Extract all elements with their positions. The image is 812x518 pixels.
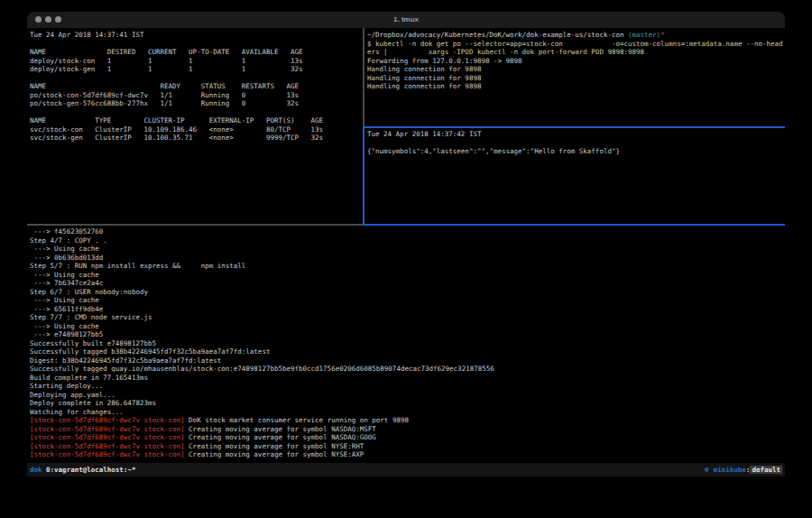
- terminal-line: NAME DESIRED CURRENT UP-TO-DATE AVAILABL…: [30, 48, 362, 57]
- terminal-line: Tue 24 Apr 2018 14:37:42 IST: [367, 130, 784, 139]
- terminal-line: deploy/stock-gen 1 1 1 1 32s: [30, 65, 362, 74]
- terminal-line: {"numsymbols":4,"lastseen":"","message":…: [367, 147, 784, 156]
- terminal-line: [367, 139, 784, 148]
- terminal-line: Handling connection for 9898: [367, 82, 784, 91]
- terminal-line: Handling connection for 9898: [367, 65, 784, 74]
- screen-background: 1. tmux Tue 24 Apr 2018 14:37:41 IST NAM…: [0, 0, 812, 518]
- terminal-line: svc/stock-gen ClusterIP 10.100.35.71 <no…: [30, 134, 362, 143]
- terminal-line: ~/Dropbox/advocacy/Kubernetes/DoK/work/d…: [367, 31, 784, 40]
- terminal-line: ---> f45623052760: [30, 227, 784, 236]
- pane-service-response[interactable]: Tue 24 Apr 2018 14:37:42 IST {"numsymbol…: [367, 130, 784, 223]
- terminal-line: Deploy complete in 286.647823ms: [30, 399, 784, 408]
- pane-kubectl-watch[interactable]: Tue 24 Apr 2018 14:37:41 IST NAME DESIRE…: [30, 31, 362, 223]
- terminal-line: Successfully tagged quay.io/mhausenblas/…: [30, 365, 784, 374]
- terminal-line: Digest: b38b42246945fd7f32c5ba9aea7af7fd…: [30, 356, 784, 365]
- window-title: 1. tmux: [27, 12, 785, 28]
- terminal-line: ---> Using cache: [30, 271, 784, 280]
- terminal-line: ---> Using cache: [30, 322, 784, 331]
- terminal-line: NAME TYPE CLUSTER-IP EXTERNAL-IP PORT(S)…: [30, 116, 362, 125]
- terminal-line: [stock-con-5d7df689cf-dwc7v stock-con] C…: [30, 450, 784, 459]
- pane-port-forward[interactable]: ~/Dropbox/advocacy/Kubernetes/DoK/work/d…: [367, 31, 784, 125]
- tmux-session: Tue 24 Apr 2018 14:37:41 IST NAME DESIRE…: [27, 28, 785, 476]
- terminal-line: deploy/stock-con 1 1 1 1 13s: [30, 57, 362, 66]
- terminal-line: ers | xargs -IPOD kubectl -n dok port-fo…: [367, 48, 784, 57]
- terminal-line: Step 7/7 : CMD node service.js: [30, 313, 784, 322]
- terminal-line: NAME READY STATUS RESTARTS AGE: [30, 82, 362, 91]
- status-right: ☸ minikube : default: [704, 466, 782, 474]
- status-left: dok 0:vagrant@localhost:~*: [30, 466, 135, 474]
- terminal-line: Handling connection for 9898: [367, 74, 784, 83]
- kube-namespace: default: [750, 466, 782, 474]
- pane-divider-vertical-inactive[interactable]: [363, 28, 364, 127]
- window-list-item[interactable]: 0:vagrant@localhost:~*: [42, 466, 136, 474]
- terminal-line: $ kubectl -n dok get po --selector=app=s…: [367, 40, 784, 49]
- terminal-line: Step 5/7 : RUN npm install express && np…: [30, 262, 784, 271]
- terminal-line: Step 4/7 : COPY . .: [30, 236, 784, 245]
- terminal-line: po/stock-con-5d7df689cf-dwc7v 1/1 Runnin…: [30, 91, 362, 100]
- terminal-line: Starting deploy...: [30, 382, 784, 391]
- terminal-line: svc/stock-con ClusterIP 10.109.186.46 <n…: [30, 125, 362, 134]
- pane-divider-horizontal-active-bottom[interactable]: [363, 224, 785, 226]
- terminal-line: Successfully tagged b38b42246945fd7f32c5…: [30, 347, 784, 356]
- terminal-line: Successfully built e74898127bb5: [30, 339, 784, 348]
- terminal-window: 1. tmux Tue 24 Apr 2018 14:37:41 IST NAM…: [27, 12, 785, 476]
- terminal-line: [stock-con-5d7df689cf-dwc7v stock-con] D…: [30, 416, 784, 425]
- terminal-line: [30, 74, 362, 83]
- pane-divider-horizontal-inactive[interactable]: [27, 224, 363, 226]
- window-titlebar[interactable]: 1. tmux: [27, 12, 785, 28]
- terminal-line: Forwarding from 127.0.0.1:9898 -> 9898: [367, 57, 784, 66]
- terminal-line: ---> Using cache: [30, 245, 784, 254]
- pane-skaffold-build-log[interactable]: ---> f45623052760Step 4/7 : COPY . . ---…: [30, 227, 784, 461]
- terminal-line: ---> 0b636bd013dd: [30, 254, 784, 263]
- pane-divider-vertical-active[interactable]: [363, 127, 364, 226]
- terminal-line: Step 6/7 : USER nobody:nobody: [30, 288, 784, 297]
- terminal-line: ---> Using cache: [30, 296, 784, 305]
- terminal-line: ---> e74898127bb5: [30, 330, 784, 339]
- terminal-line: Build complete in 77.165413ms: [30, 374, 784, 383]
- terminal-line: [stock-con-5d7df689cf-dwc7v stock-con] C…: [30, 442, 784, 451]
- pane-divider-horizontal-active-top[interactable]: [363, 126, 785, 128]
- terminal-line: [30, 40, 362, 49]
- terminal-line: Deploying app.yaml...: [30, 391, 784, 400]
- tmux-status-bar: dok 0:vagrant@localhost:~* ☸ minikube : …: [27, 463, 785, 476]
- terminal-line: [30, 108, 362, 117]
- session-name: dok: [30, 466, 42, 474]
- terminal-line: Tue 24 Apr 2018 14:37:41 IST: [30, 31, 362, 40]
- kube-context: minikube: [709, 466, 746, 474]
- terminal-line: [stock-con-5d7df689cf-dwc7v stock-con] C…: [30, 433, 784, 442]
- terminal-line: [stock-con-5d7df689cf-dwc7v stock-con] C…: [30, 425, 784, 434]
- terminal-line: ---> 7b6347ce2a4c: [30, 279, 784, 288]
- terminal-line: ---> 65611ff9db4e: [30, 305, 784, 314]
- terminal-line: Watching for changes...: [30, 408, 784, 417]
- terminal-line: po/stock-gen-576cc688bb-277hx 1/1 Runnin…: [30, 99, 362, 108]
